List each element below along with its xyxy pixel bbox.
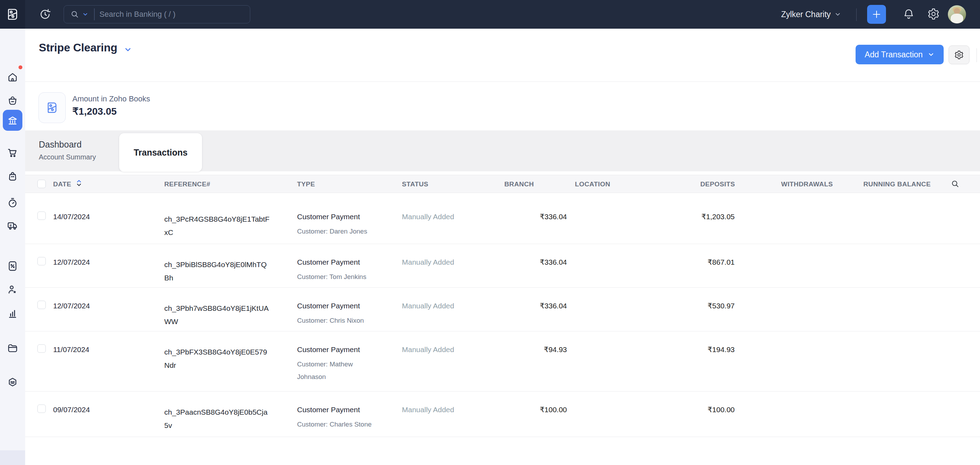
amount-summary: Amount in Zoho Books ₹1,203.05	[25, 82, 980, 131]
row-running-balance: ₹194.93	[651, 346, 735, 354]
org-name: Zylker Charity	[781, 10, 831, 19]
sidebar-item-purchases[interactable]	[0, 167, 25, 184]
row-type: Customer PaymentCustomer: Charles Stone	[297, 406, 375, 431]
tab-dashboard[interactable]: Dashboard Account Summary	[39, 140, 96, 161]
row-reference: ch_3PbFX3SB8G4oY8jE0E579Ndr	[164, 346, 271, 372]
sidebar-item-custom-modules[interactable]	[0, 374, 25, 391]
col-header-date[interactable]: DATE	[53, 180, 71, 188]
row-customer: Customer: Charles Stone	[297, 418, 375, 431]
tab-bar: Dashboard Account Summary Transactions	[25, 131, 980, 171]
sidebar-item-accountant[interactable]	[0, 282, 25, 298]
row-date: 12/07/2024	[53, 302, 90, 310]
row-deposit: ₹100.00	[483, 406, 567, 414]
transactions-table-body: 14/07/2024 ch_3PcR4GSB8G4oY8jE1TabtFxC C…	[25, 193, 980, 437]
topbar-divider	[856, 8, 857, 21]
quick-create-button[interactable]	[867, 5, 886, 24]
account-switch-chevron-icon[interactable]	[124, 45, 132, 54]
sidebar-item-banking[interactable]	[3, 110, 22, 131]
chevron-down-icon	[834, 11, 841, 18]
sidebar-item-documents[interactable]	[0, 340, 25, 357]
banking-icon	[6, 114, 19, 126]
global-search[interactable]	[64, 5, 250, 24]
row-date: 14/07/2024	[53, 213, 90, 221]
row-type: Customer PaymentCustomer: Daren Jones	[297, 213, 375, 238]
row-reference: ch_3PbiBlSB8G4oY8jE0lMhTQBh	[164, 258, 271, 285]
table-row[interactable]: 12/07/2024 ch_3PbiBlSB8G4oY8jE0lMhTQBh C…	[25, 244, 980, 288]
col-header-running-balance[interactable]: RUNNING BALANCE	[858, 180, 931, 188]
amount-value: ₹1,203.05	[72, 105, 117, 117]
sidebar-item-sales[interactable]	[0, 144, 25, 161]
search-input[interactable]	[100, 10, 218, 19]
sidebar-item-reports[interactable]	[0, 305, 25, 322]
row-checkbox[interactable]	[37, 344, 46, 353]
col-header-branch[interactable]: BRANCH	[504, 180, 534, 188]
row-date: 11/07/2024	[53, 346, 89, 354]
sidebar-scroll-hint	[0, 450, 25, 465]
items-basket-icon	[6, 94, 19, 106]
table-row[interactable]: 12/07/2024 ch_3Pbh7wSB8G4oY8jE1jKtUAWW C…	[25, 288, 980, 331]
notifications-bell-icon[interactable]	[902, 8, 915, 20]
header-right-divider	[977, 48, 977, 62]
gear-icon	[954, 50, 964, 60]
row-running-balance: ₹530.97	[651, 302, 735, 310]
sidebar-item-items[interactable]	[0, 92, 25, 109]
row-status: Manually Added	[402, 346, 454, 354]
custom-modules-icon	[6, 377, 19, 389]
row-reference: ch_3Pbh7wSB8G4oY8jE1jKtUAWW	[164, 302, 271, 328]
top-navbar: Zylker Charity	[0, 0, 980, 29]
gst-percent-icon	[6, 260, 19, 272]
table-row[interactable]: 14/07/2024 ch_3PcR4GSB8G4oY8jE1TabtFxC C…	[25, 193, 980, 244]
org-switcher[interactable]: Zylker Charity	[781, 0, 841, 29]
time-tracking-icon	[6, 197, 19, 209]
row-deposit: ₹336.04	[483, 213, 567, 221]
row-customer: Customer: Daren Jones	[297, 225, 375, 238]
zoho-books-logo[interactable]	[0, 0, 25, 29]
account-settings-button[interactable]	[948, 45, 969, 64]
row-status: Manually Added	[402, 258, 454, 266]
row-customer: Customer: Mathew Johnason	[297, 358, 375, 383]
select-all-checkbox[interactable]	[37, 180, 46, 188]
settings-gear-icon[interactable]	[927, 8, 940, 20]
page-header: Stripe Clearing Add Transaction	[25, 29, 980, 81]
row-checkbox[interactable]	[37, 212, 46, 220]
row-running-balance: ₹1,203.05	[651, 213, 735, 221]
row-customer: Customer: Tom Jenkins	[297, 271, 375, 283]
recent-history-icon[interactable]	[38, 8, 52, 21]
sidebar-item-time-tracking[interactable]	[0, 194, 25, 211]
add-transaction-button[interactable]: Add Transaction	[856, 45, 943, 64]
row-checkbox[interactable]	[37, 404, 46, 413]
sidebar-item-eway-bills[interactable]: e	[0, 217, 25, 234]
table-row[interactable]: 09/07/2024 ch_3PaacnSB8G4oY8jE0b5Cja5v C…	[25, 392, 980, 437]
row-checkbox[interactable]	[37, 257, 46, 265]
row-checkbox[interactable]	[37, 301, 46, 309]
date-sort-control[interactable]	[77, 180, 81, 186]
row-deposit: ₹336.04	[483, 258, 567, 266]
col-header-type[interactable]: TYPE	[297, 180, 315, 188]
user-avatar[interactable]	[948, 5, 966, 24]
row-type: Customer PaymentCustomer: Tom Jenkins	[297, 258, 375, 283]
svg-text:e: e	[10, 223, 12, 227]
row-deposit: ₹336.04	[483, 302, 567, 310]
col-header-withdrawals[interactable]: WITHDRAWALS	[763, 180, 833, 188]
col-header-deposits[interactable]: DEPOSITS	[665, 180, 735, 188]
table-search-icon[interactable]	[951, 179, 960, 188]
table-row[interactable]: 11/07/2024 ch_3PbFX3SB8G4oY8jE0E579Ndr C…	[25, 331, 980, 392]
col-header-location[interactable]: LOCATION	[575, 180, 610, 188]
add-transaction-label: Add Transaction	[865, 50, 923, 59]
zoho-books-amount-icon	[38, 92, 66, 123]
row-deposit: ₹94.93	[483, 346, 567, 354]
row-running-balance: ₹100.00	[651, 406, 735, 414]
row-type: Customer PaymentCustomer: Mathew Johnaso…	[297, 346, 375, 383]
sidebar-item-gst-filing[interactable]	[0, 258, 25, 274]
plus-icon	[872, 10, 881, 19]
sidebar-item-home[interactable]	[0, 69, 25, 86]
sidebar: e	[0, 29, 25, 465]
zoho-books-logo-icon	[6, 7, 19, 21]
row-status: Manually Added	[402, 406, 454, 414]
accountant-icon	[6, 284, 19, 296]
col-header-status[interactable]: STATUS	[402, 180, 428, 188]
col-header-reference[interactable]: REFERENCE#	[164, 180, 210, 188]
tab-transactions[interactable]: Transactions	[119, 133, 202, 172]
transactions-table-header: DATE REFERENCE# TYPE STATUS BRANCH LOCAT…	[25, 175, 980, 193]
search-scope-chevron-icon[interactable]	[82, 11, 88, 18]
